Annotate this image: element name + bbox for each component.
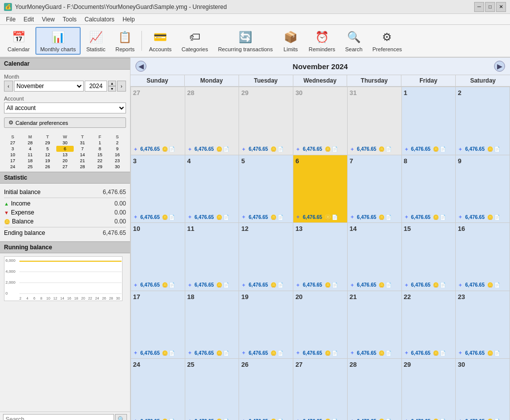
mini-cal-day[interactable]: 31 <box>74 140 91 146</box>
toolbar-btn-statistic[interactable]: 📈Statistic <box>82 27 110 54</box>
add-transaction-icon[interactable]: ＋ <box>187 418 192 420</box>
mini-cal-day[interactable]: 17 <box>4 158 21 164</box>
mini-cal-day[interactable]: 19 <box>39 158 56 164</box>
mini-cal-day[interactable]: 23 <box>109 158 126 164</box>
add-transaction-icon[interactable]: ＋ <box>241 418 246 420</box>
mini-cal-day[interactable]: 8 <box>91 146 109 152</box>
add-transaction-icon[interactable]: ＋ <box>295 418 300 420</box>
mini-cal-day[interactable]: 27 <box>56 164 74 170</box>
cal-cell-27[interactable]: 27＋ 6,476.65 🪙📄 <box>293 359 348 420</box>
cal-cell-17[interactable]: 17＋ 6,476.65 🪙📄 <box>131 291 185 359</box>
cal-cell-3[interactable]: 3＋ 6,476.65 🪙📄 <box>131 155 185 223</box>
menu-item-edit[interactable]: Edit <box>19 15 38 24</box>
add-transaction-icon[interactable]: ＋ <box>404 213 409 220</box>
calendar-next-button[interactable]: ▶ <box>494 61 505 72</box>
add-transaction-icon[interactable]: ＋ <box>187 146 192 153</box>
add-transaction-icon[interactable]: ＋ <box>404 418 409 420</box>
add-transaction-icon[interactable]: ＋ <box>241 213 246 220</box>
add-transaction-icon[interactable]: ＋ <box>187 349 192 356</box>
mini-cal-day[interactable]: 22 <box>91 158 109 164</box>
next-month-button[interactable]: › <box>117 81 126 92</box>
cal-cell-18[interactable]: 18＋ 6,476.65 🪙📄 <box>185 291 240 359</box>
cal-cell-31[interactable]: 31＋ 6,476.65 🪙📄 <box>348 87 402 155</box>
toolbar-btn-reminders[interactable]: ⏰Reminders <box>304 27 340 54</box>
cal-cell-1[interactable]: 1＋ 6,476.65 🪙📄 <box>402 87 456 155</box>
mini-cal-day[interactable]: 3 <box>4 146 21 152</box>
mini-cal-day[interactable]: 25 <box>21 164 39 170</box>
search-input[interactable] <box>3 414 114 420</box>
mini-cal-day[interactable]: 24 <box>4 164 21 170</box>
add-transaction-icon[interactable]: ＋ <box>133 418 138 420</box>
mini-cal-day[interactable]: 9 <box>109 146 126 152</box>
cal-cell-5[interactable]: 5＋ 6,476.65 🪙📄 <box>239 155 293 223</box>
maximize-button[interactable]: □ <box>485 2 495 12</box>
add-transaction-icon[interactable]: ＋ <box>404 282 409 289</box>
cal-cell-21[interactable]: 21＋ 6,476.65 🪙📄 <box>348 291 402 359</box>
cal-cell-19[interactable]: 19＋ 6,476.65 🪙📄 <box>239 291 293 359</box>
mini-cal-day[interactable]: 11 <box>21 152 39 158</box>
add-transaction-icon[interactable]: ＋ <box>187 213 192 220</box>
add-transaction-icon[interactable]: ＋ <box>295 282 300 289</box>
search-button[interactable]: 🔍 <box>115 414 127 420</box>
menu-item-tools[interactable]: Tools <box>59 15 81 24</box>
mini-cal-day[interactable]: 28 <box>21 140 39 146</box>
add-transaction-icon[interactable]: ＋ <box>350 418 355 420</box>
cal-cell-27[interactable]: 27＋ 6,476.65 🪙📄 <box>131 87 185 155</box>
cal-cell-15[interactable]: 15＋ 6,476.65 🪙📄 <box>402 223 456 291</box>
year-input[interactable] <box>85 81 107 92</box>
mini-cal-day[interactable]: 27 <box>4 140 21 146</box>
cal-cell-12[interactable]: 12＋ 6,476.65 🪙📄 <box>239 223 293 291</box>
add-transaction-icon[interactable]: ＋ <box>458 213 463 220</box>
mini-cal-day[interactable]: 13 <box>56 152 74 158</box>
toolbar-btn-recurring[interactable]: 🔄Recurring transactions <box>214 27 277 54</box>
add-transaction-icon[interactable]: ＋ <box>133 213 138 220</box>
mini-cal-day[interactable]: 18 <box>21 158 39 164</box>
add-transaction-icon[interactable]: ＋ <box>458 349 463 356</box>
toolbar-btn-search[interactable]: 🔍Search <box>341 27 367 54</box>
calendar-preferences-button[interactable]: ⚙ Calendar preferences <box>4 117 126 128</box>
cal-cell-28[interactable]: 28＋ 6,476.65 🪙📄 <box>348 359 402 420</box>
add-transaction-icon[interactable]: ＋ <box>350 213 355 220</box>
mini-cal-day[interactable]: 1 <box>91 140 109 146</box>
toolbar-btn-monthly-charts[interactable]: 📊Monthly charts <box>35 27 81 55</box>
cal-cell-4[interactable]: 4＋ 6,476.65 🪙📄 <box>185 155 240 223</box>
prev-month-button[interactable]: ‹ <box>4 81 13 92</box>
menu-item-calculators[interactable]: Calculators <box>81 15 119 24</box>
cal-cell-25[interactable]: 25＋ 6,476.65 🪙📄 <box>185 359 240 420</box>
mini-cal-day[interactable]: 5 <box>39 146 56 152</box>
mini-cal-day[interactable]: 14 <box>74 152 91 158</box>
cal-cell-6[interactable]: 6＋ 6,476.65 🪙📄 <box>293 155 348 223</box>
add-transaction-icon[interactable]: ＋ <box>295 146 300 153</box>
add-transaction-icon[interactable]: ＋ <box>241 349 246 356</box>
mini-cal-day[interactable]: 6 <box>56 146 74 152</box>
cal-cell-26[interactable]: 26＋ 6,476.65 🪙📄 <box>239 359 293 420</box>
year-down-button[interactable]: ▼ <box>108 86 116 92</box>
calendar-prev-button[interactable]: ◀ <box>135 61 146 72</box>
add-transaction-icon[interactable]: ＋ <box>187 282 192 289</box>
toolbar-btn-reports[interactable]: 📋Reports <box>111 27 139 54</box>
cal-cell-22[interactable]: 22＋ 6,476.65 🪙📄 <box>402 291 456 359</box>
add-transaction-icon[interactable]: ＋ <box>458 282 463 289</box>
account-select[interactable]: All account <box>4 103 126 113</box>
add-transaction-icon[interactable]: ＋ <box>458 418 463 420</box>
mini-cal-day[interactable]: 26 <box>39 164 56 170</box>
cal-cell-13[interactable]: 13＋ 6,476.65 🪙📄 <box>293 223 348 291</box>
minimize-button[interactable]: ─ <box>474 2 484 12</box>
mini-cal-day[interactable]: 30 <box>56 140 74 146</box>
cal-cell-20[interactable]: 20＋ 6,476.65 🪙📄 <box>293 291 348 359</box>
toolbar-btn-calendar[interactable]: 📅Calendar <box>3 27 34 54</box>
add-transaction-icon[interactable]: ＋ <box>458 146 463 153</box>
add-transaction-icon[interactable]: ＋ <box>350 282 355 289</box>
toolbar-btn-accounts[interactable]: 💳Accounts <box>144 27 176 54</box>
cal-cell-14[interactable]: 14＋ 6,476.65 🪙📄 <box>348 223 402 291</box>
mini-cal-day[interactable]: 21 <box>74 158 91 164</box>
mini-cal-day[interactable]: 12 <box>39 152 56 158</box>
cal-cell-29[interactable]: 29＋ 6,476.65 🪙📄 <box>239 87 293 155</box>
add-transaction-icon[interactable]: ＋ <box>295 349 300 356</box>
toolbar-btn-limits[interactable]: 📦Limits <box>278 27 303 54</box>
add-transaction-icon[interactable]: ＋ <box>241 282 246 289</box>
toolbar-btn-categories[interactable]: 🏷Categories <box>177 27 212 54</box>
cal-cell-2[interactable]: 2＋ 6,476.65 🪙📄 <box>456 87 510 155</box>
cal-cell-11[interactable]: 11＋ 6,476.65 🪙📄 <box>185 223 240 291</box>
mini-cal-day[interactable]: 16 <box>109 152 126 158</box>
